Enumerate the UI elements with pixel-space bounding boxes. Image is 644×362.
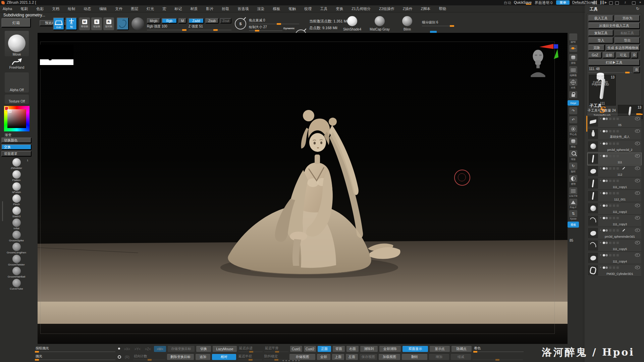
subtool-row[interactable]: + 基础女性_成人 (588, 128, 641, 140)
subtool-option-icon[interactable] (613, 118, 615, 120)
menu-item[interactable]: 文件 (115, 6, 122, 11)
subtool-row[interactable]: + 111_copy1 (588, 178, 641, 190)
minimize-icon[interactable]: z (625, 1, 626, 4)
stroke-curve-icon[interactable]: S (235, 18, 246, 29)
z-intensity-slider[interactable]: Z 强度 51 (189, 24, 231, 30)
bottom-bar-item[interactable]: 全部 (317, 354, 330, 360)
shelf-button[interactable]: 地网格 (568, 66, 578, 77)
menu-item[interactable]: 渲染 (257, 6, 264, 11)
tool-panel-button[interactable]: GoZ (588, 52, 602, 58)
mrgb-button[interactable]: Mrgb (147, 18, 160, 23)
tool-index-slider[interactable]: 111. 48 (588, 67, 632, 73)
bottom-bar-item[interactable]: 延迟平滑 (264, 346, 288, 352)
subtool-option-icon[interactable] (613, 192, 615, 194)
sculpt-viewport[interactable] (38, 33, 568, 344)
subtool-option-icon[interactable] (609, 192, 611, 194)
subtool-option-icon[interactable] (616, 204, 619, 207)
bottom-bar-item[interactable]: (R) (123, 354, 131, 360)
bottom-bar-item[interactable]: >Z< (144, 346, 152, 352)
menu-item[interactable]: 工具 (320, 6, 327, 11)
subtool-option-icon[interactable] (613, 204, 615, 207)
zsub-button[interactable]: Zsub (205, 18, 219, 23)
bottom-bar-item[interactable]: 正面 (318, 346, 331, 352)
swap-color-button[interactable]: 交换 (1, 144, 32, 150)
bottom-bar-item[interactable]: 切换 (196, 346, 211, 352)
subtool-option-icon[interactable] (616, 130, 619, 132)
opacity-slider-handle[interactable] (526, 4, 531, 5)
texture-selector[interactable]: Texture Off (5, 95, 29, 104)
subtool-option-icon[interactable] (609, 142, 611, 145)
menu-item[interactable]: 标记 (174, 6, 182, 11)
subtool-option-icon[interactable] (609, 229, 611, 232)
subtool-option-icon[interactable] (613, 217, 615, 219)
brush-item[interactable]: Flatten (0, 170, 33, 182)
subtool-option-icon[interactable] (609, 167, 611, 170)
subtool-move-icon[interactable]: + (600, 254, 601, 257)
material-button[interactable]: MatCap Gray (368, 16, 392, 31)
brush-item[interactable]: hPolish (0, 182, 33, 194)
brush-item[interactable]: GroomHairBall (0, 267, 33, 279)
subtool-option-icon[interactable] (616, 254, 619, 256)
shelf-button[interactable]: 中心点 (568, 125, 578, 136)
visibility-eye-icon[interactable] (635, 142, 640, 145)
subtool-move-icon[interactable]: + (600, 142, 601, 145)
shelf-button[interactable]: 旋转 (568, 163, 578, 173)
polypaint-toggle-icon[interactable] (603, 217, 605, 219)
current-brush-thumbnail[interactable]: Move (5, 31, 29, 56)
bottom-bar-item[interactable]: Cust1 (290, 346, 302, 352)
subtool-move-icon[interactable]: + (600, 130, 601, 133)
bottom-bar-item[interactable]: 延迟步进 (238, 346, 263, 352)
subtool-row[interactable]: + 112 (588, 165, 641, 177)
subtool-option-icon[interactable] (609, 254, 611, 256)
shelf-button[interactable]: 透明 (568, 175, 578, 186)
visibility-eye-icon[interactable] (635, 129, 640, 133)
sculptris-toggle-button[interactable] (117, 17, 129, 30)
tool-panel-button[interactable]: 从项目文件载入工具 (588, 22, 640, 29)
bottom-bar-item[interactable]: 双面显示 (402, 346, 428, 352)
rgb-intensity-slider[interactable]: Rgb 强度 100 (147, 24, 186, 30)
subtool-row[interactable]: + 111_copy4 (588, 252, 641, 264)
bottom-bar-item[interactable]: 左面 (346, 354, 358, 360)
dynamic-label[interactable]: Dynamic (283, 27, 294, 30)
bottom-bar-item[interactable]: 翻转 (402, 354, 427, 360)
shelf-button[interactable]: Poly F (568, 199, 578, 208)
subtool-option-icon[interactable] (616, 217, 619, 219)
subtool-option-icon[interactable] (613, 155, 615, 157)
menu-item[interactable]: Z2组操作 (379, 6, 394, 11)
visibility-eye-icon[interactable] (635, 266, 640, 269)
visibility-eye-icon[interactable] (635, 154, 640, 158)
polypaint-toggle-icon[interactable] (603, 180, 605, 182)
menu-item[interactable]: Z1几何细分 (352, 6, 371, 11)
bottom-bar-item[interactable]: >Y< (133, 346, 142, 352)
tool-panel-button[interactable]: 复制工具 (588, 30, 613, 36)
brush-item[interactable]: CurveTube (0, 279, 33, 291)
color-picker[interactable] (4, 106, 30, 131)
subtool-option-icon[interactable] (616, 266, 619, 269)
subtool-option-icon[interactable] (616, 155, 619, 157)
menu-item[interactable]: 动态 (84, 6, 91, 11)
bottom-bar-item[interactable]: 隐藏点 (451, 346, 472, 352)
subtool-count-slider[interactable]: 子工具可见数量 24 (588, 108, 641, 114)
visibility-eye-icon[interactable] (635, 167, 640, 170)
polypaint-toggle-icon[interactable] (603, 266, 605, 269)
subtool-row[interactable]: + 111_copy3 (588, 215, 641, 227)
restore-icon[interactable] (632, 1, 636, 5)
subtool-row[interactable]: + 05 (588, 116, 641, 128)
brush-item[interactable]: Slash3 (0, 206, 33, 219)
shelf-button[interactable] (568, 91, 578, 99)
shelf-button[interactable]: 移动 (568, 138, 578, 148)
bottom-bar-item[interactable]: 抛光 (35, 354, 115, 360)
draw-size-slider[interactable]: 绘制大小 27 (249, 25, 282, 31)
subtool-move-icon[interactable]: + (600, 217, 601, 220)
subtool-option-icon[interactable] (609, 242, 611, 244)
visibility-eye-icon[interactable] (635, 229, 640, 232)
menu-item[interactable]: 拾取 (222, 6, 229, 11)
subtool-option-icon[interactable] (613, 266, 615, 269)
subtool-option-icon[interactable] (609, 217, 611, 219)
draw-button[interactable]: 绘 制 (66, 17, 77, 30)
focal-falloff-slider[interactable]: 焦点衰减 0 (249, 18, 299, 24)
gizmo-button[interactable]: M 移动轴 (79, 17, 90, 30)
polypaint-toggle-icon[interactable] (603, 254, 605, 256)
subtool-move-icon[interactable]: + (600, 266, 601, 269)
gizmo-button[interactable]: R 旋转轴 (103, 17, 114, 30)
